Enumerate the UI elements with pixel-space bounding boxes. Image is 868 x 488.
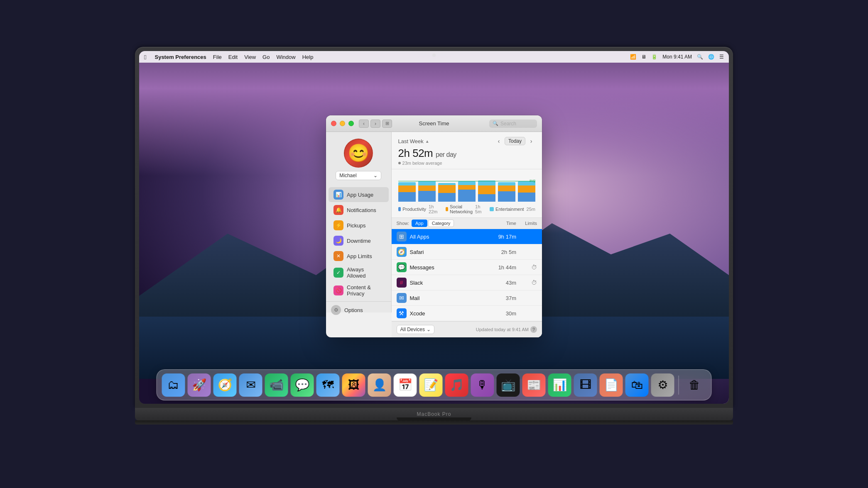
productivity-dot-icon <box>398 207 401 211</box>
app-name: Safari <box>410 249 491 255</box>
menu-file[interactable]: File <box>213 54 222 60</box>
dock-icon-music[interactable]: 🎵 <box>445 373 468 397</box>
sidebar-item-always-allowed[interactable]: ✓ Always Allowed <box>329 264 389 281</box>
sidebar-app-limits-label: App Limits <box>347 253 372 259</box>
sidebar-options[interactable]: ⚙ Options <box>326 301 391 318</box>
app-usage-icon: 📊 <box>333 190 343 200</box>
dock-icon-notes[interactable]: 📝 <box>419 373 443 397</box>
dock-icon-photos[interactable]: 🖼 <box>342 373 365 397</box>
close-button[interactable] <box>331 121 336 126</box>
siri-icon[interactable]: 🌐 <box>708 54 714 60</box>
menubar-right: 📶 🖥 🔋 Mon 9:41 AM 🔍 🌐 ☰ <box>630 54 724 60</box>
content-privacy-icon: 🚫 <box>333 285 343 295</box>
dock-icon-podcasts[interactable]: 🎙 <box>471 373 494 397</box>
menu-go[interactable]: Go <box>262 54 270 60</box>
table-row[interactable]: # Slack 43m ⏱ <box>392 275 542 290</box>
minimize-button[interactable] <box>340 121 345 126</box>
back-button[interactable]: ‹ <box>359 120 369 128</box>
always-allowed-icon: ✓ <box>333 268 343 278</box>
username-label: Michael <box>339 173 356 178</box>
search-input[interactable]: Search <box>500 121 534 127</box>
toggle-app-button[interactable]: App <box>412 220 427 227</box>
updated-status: Updated today at 9:41 AM <box>476 327 529 332</box>
dock-icon-app-store[interactable]: 🛍 <box>625 373 649 397</box>
time-value: 2h 52m <box>398 147 433 159</box>
table-header: Show: App Category Time Limits <box>392 218 542 229</box>
sidebar-item-content-privacy[interactable]: 🚫 Content & Privacy <box>329 282 389 299</box>
menubar-app-name[interactable]: System Preferences <box>154 54 206 60</box>
menu-window[interactable]: Window <box>276 54 295 60</box>
dock-icon-trash[interactable]: 🗑 <box>683 373 706 397</box>
menu-edit[interactable]: Edit <box>228 54 238 60</box>
help-button[interactable]: ? <box>530 326 537 333</box>
social-label: Social Networking <box>450 204 473 214</box>
app-icon: 🧭 <box>397 247 407 257</box>
table-row[interactable]: ✉ Mail 37m <box>392 290 542 306</box>
dock-icon-pages[interactable]: 📄 <box>600 373 623 397</box>
next-period-button[interactable]: › <box>527 137 535 145</box>
options-label: Options <box>344 307 363 313</box>
week-label[interactable]: Last Week ▲ <box>398 138 429 144</box>
dock-icon-maps[interactable]: 🗺 <box>316 373 340 397</box>
control-center-icon[interactable]: ☰ <box>719 54 724 60</box>
window-titlebar: ‹ › ⊞ Screen Time 🔍 Search <box>326 115 542 132</box>
sidebar-item-app-usage[interactable]: 📊 App Usage <box>329 187 389 202</box>
screen-bezel:  System Preferences File Edit View Go W… <box>139 51 729 404</box>
maximize-button[interactable] <box>348 121 354 126</box>
dock-icon-safari[interactable]: 🧭 <box>213 373 237 397</box>
legend-productivity: Productivity 1h 22m <box>398 204 439 214</box>
dock-icon-keynote[interactable]: 🎞 <box>574 373 597 397</box>
window-footer: All Devices ⌄ Updated today at 9:41 AM ? <box>392 321 542 337</box>
macbook-label: MacBook Pro <box>417 411 451 417</box>
chart-bar-group <box>418 177 436 202</box>
menu-help[interactable]: Help <box>302 54 314 60</box>
table-row[interactable]: ⊞ All Apps 9h 17m <box>392 229 542 244</box>
prev-period-button[interactable]: ‹ <box>495 137 503 145</box>
options-icon: ⚙ <box>331 305 341 315</box>
dock-icon-launchpad[interactable]: 🚀 <box>188 373 211 397</box>
dock-icon-facetime[interactable]: 📹 <box>265 373 288 397</box>
apple-logo-icon[interactable]:  <box>144 54 146 61</box>
entertainment-label: Entertainment <box>495 207 524 212</box>
dock-icon-contacts[interactable]: 👤 <box>368 373 391 397</box>
sidebar-always-allowed-label: Always Allowed <box>347 266 384 279</box>
forward-button[interactable]: › <box>370 120 380 128</box>
menu-view[interactable]: View <box>244 54 256 60</box>
entertainment-dot-icon <box>490 207 494 211</box>
app-limit-icon: ⏱ <box>516 279 537 286</box>
devices-dropdown[interactable]: All Devices ⌄ <box>397 325 434 334</box>
social-dot-icon <box>446 207 448 211</box>
menubar-time: Mon 9:41 AM <box>662 54 692 60</box>
app-time: 30m <box>491 310 516 317</box>
dock-icon-calendar[interactable]: 📅 <box>394 373 417 397</box>
window-title: Screen Time <box>419 120 449 127</box>
table-row[interactable]: 🧭 Safari 2h 5m <box>392 244 542 260</box>
period-text: Last Week <box>398 138 424 144</box>
today-button[interactable]: Today <box>505 137 525 145</box>
dock-icon-system-preferences[interactable]: ⚙ <box>651 373 674 397</box>
user-dropdown[interactable]: Michael ⌄ <box>336 171 381 180</box>
title-search[interactable]: 🔍 Search <box>489 120 537 128</box>
app-limit-icon: ⏱ <box>516 264 537 271</box>
search-menubar-icon[interactable]: 🔍 <box>697 54 703 60</box>
sidebar-item-downtime[interactable]: 🌙 Downtime <box>329 233 389 248</box>
app-time: 1h 44m <box>491 264 516 271</box>
app-time: 37m <box>491 295 516 301</box>
dock-icon-messages[interactable]: 💬 <box>291 373 314 397</box>
dock: 🗂🚀🧭✉📹💬🗺🖼👤📅📝🎵🎙📺📰📊🎞📄🛍⚙🗑 <box>157 369 712 400</box>
dock-icon-apple-tv[interactable]: 📺 <box>497 373 520 397</box>
sidebar-item-pickups[interactable]: ⚡ Pickups <box>329 218 389 233</box>
table-row[interactable]: ⚒ Xcode 30m <box>392 306 542 321</box>
toggle-category-button[interactable]: Category <box>428 220 454 227</box>
sidebar: 😊 Michael ⌄ <box>326 132 392 312</box>
table-row[interactable]: 💬 Messages 1h 44m ⏱ <box>392 260 542 275</box>
dock-icon-news[interactable]: 📰 <box>522 373 546 397</box>
devices-chevron-icon: ⌄ <box>427 327 431 332</box>
grid-view-button[interactable]: ⊞ <box>382 120 392 128</box>
dock-icon-finder[interactable]: 🗂 <box>162 373 185 397</box>
sidebar-item-notifications[interactable]: 🔔 Notifications <box>329 203 389 217</box>
dock-icon-mail[interactable]: ✉ <box>239 373 262 397</box>
sidebar-item-app-limits[interactable]: ✕ App Limits <box>329 249 389 264</box>
dock-icon-numbers[interactable]: 📊 <box>548 373 571 397</box>
app-name: Mail <box>410 295 491 301</box>
